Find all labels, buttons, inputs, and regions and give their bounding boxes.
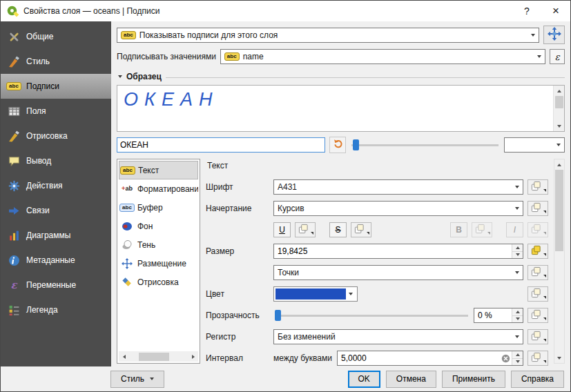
letter-spacing-input[interactable] bbox=[341, 353, 499, 363]
slider-handle[interactable] bbox=[353, 139, 359, 150]
spin-up-button[interactable] bbox=[512, 244, 523, 252]
scroll-right-button[interactable] bbox=[188, 351, 198, 362]
strikeout-button[interactable]: S bbox=[329, 222, 347, 237]
sidebar-item-variables[interactable]: ε Переменные bbox=[1, 273, 111, 297]
scroll-track[interactable] bbox=[129, 353, 188, 361]
data-defined-override-button[interactable] bbox=[528, 265, 548, 280]
data-defined-override-button[interactable] bbox=[528, 244, 548, 259]
cancel-button[interactable]: Отмена bbox=[386, 371, 436, 388]
abc-icon: abc bbox=[119, 204, 135, 212]
preview-scrollbar[interactable] bbox=[553, 86, 564, 131]
scroll-track[interactable] bbox=[554, 96, 565, 121]
chevron-down-icon[interactable] bbox=[346, 288, 356, 300]
tab-label: Фон bbox=[137, 222, 153, 231]
sidebar-item-general[interactable]: Общие bbox=[1, 24, 111, 49]
font-combo[interactable]: A431 bbox=[273, 179, 523, 195]
tab-text[interactable]: abc Текст bbox=[119, 161, 198, 179]
size-units-combo[interactable]: Точки bbox=[273, 265, 523, 280]
tab-placement[interactable]: Размещение bbox=[119, 254, 198, 273]
scroll-up-button[interactable] bbox=[554, 159, 564, 170]
sidebar-item-joins[interactable]: Связи bbox=[1, 198, 111, 223]
tab-shadow[interactable]: Тень bbox=[119, 235, 198, 254]
show-labels-combo[interactable]: abc Показывать подписи для этого слоя bbox=[117, 28, 539, 43]
tab-buffer[interactable]: abc Буфер bbox=[119, 198, 198, 217]
sample-group-title: Образец bbox=[126, 72, 162, 81]
help-button[interactable]: Справка bbox=[511, 371, 564, 388]
style-menu-button[interactable]: Стиль bbox=[110, 371, 164, 388]
font-style-value: Курсив bbox=[278, 204, 304, 213]
data-defined-override-button[interactable] bbox=[528, 179, 548, 195]
sidebar-item-fields[interactable]: Поля bbox=[1, 99, 111, 124]
data-defined-override-button[interactable] bbox=[528, 201, 548, 216]
help-titlebar-button[interactable]: ? bbox=[512, 1, 541, 21]
scroll-thumb[interactable] bbox=[555, 96, 563, 108]
data-defined-override-button[interactable] bbox=[528, 351, 548, 366]
data-defined-override-button[interactable] bbox=[528, 329, 548, 344]
data-defined-override-button[interactable] bbox=[528, 308, 548, 323]
spin-up-button[interactable] bbox=[512, 308, 523, 316]
font-color-button[interactable] bbox=[273, 286, 358, 302]
opacity-slider[interactable] bbox=[273, 308, 470, 323]
preview-scale-slider[interactable] bbox=[350, 137, 500, 153]
scroll-down-button[interactable] bbox=[554, 353, 564, 363]
slider-groove bbox=[275, 315, 468, 317]
tab-background[interactable]: Фон bbox=[119, 217, 198, 235]
settings-scrollbar[interactable] bbox=[554, 159, 565, 364]
scroll-down-button[interactable] bbox=[554, 121, 565, 131]
titlebar[interactable]: Свойства слоя — oceans | Подписи ? × bbox=[1, 1, 570, 21]
sidebar-item-rendering[interactable]: Отрисовка bbox=[1, 124, 111, 148]
sidebar-item-display[interactable]: Вывод bbox=[1, 148, 111, 173]
sidebar-item-style[interactable]: Стиль bbox=[1, 49, 111, 74]
letter-spacing-spinbox[interactable] bbox=[337, 351, 523, 366]
clear-value-button[interactable] bbox=[499, 354, 512, 363]
shadow-icon bbox=[121, 239, 133, 251]
auto-placement-settings-button[interactable] bbox=[543, 26, 565, 44]
sample-group-header[interactable]: Образец bbox=[118, 72, 565, 81]
joins-icon bbox=[8, 204, 20, 217]
close-button[interactable]: × bbox=[541, 1, 570, 21]
size-spinbox[interactable] bbox=[273, 244, 523, 259]
sidebar-item-actions[interactable]: Действия bbox=[1, 173, 111, 198]
sidebar-item-label: Стиль bbox=[26, 57, 50, 66]
size-input[interactable] bbox=[278, 246, 512, 256]
tabs-horizontal-scrollbar[interactable] bbox=[119, 351, 198, 362]
spin-down-button[interactable] bbox=[512, 359, 523, 366]
reset-preview-button[interactable] bbox=[329, 137, 346, 153]
spin-down-button[interactable] bbox=[512, 316, 523, 323]
tab-formatting[interactable]: +ab Форматировани bbox=[119, 179, 198, 198]
opacity-input[interactable] bbox=[478, 311, 512, 320]
scroll-thumb[interactable] bbox=[555, 170, 563, 251]
data-defined-override-button[interactable] bbox=[528, 222, 548, 237]
fields-icon bbox=[8, 105, 20, 117]
sidebar-item-legend[interactable]: Легенда bbox=[1, 297, 111, 322]
label-field-combo[interactable]: abc name bbox=[220, 49, 545, 64]
underline-button[interactable]: U bbox=[273, 222, 291, 237]
scroll-thumb[interactable] bbox=[139, 353, 169, 361]
spin-up-button[interactable] bbox=[512, 351, 523, 359]
data-defined-icon bbox=[298, 224, 309, 236]
sidebar-item-diagrams[interactable]: Диаграммы bbox=[1, 223, 111, 248]
expression-builder-button[interactable]: ε bbox=[550, 49, 565, 64]
data-defined-override-button[interactable] bbox=[472, 222, 492, 237]
font-style-combo[interactable]: Курсив bbox=[273, 201, 523, 216]
sidebar-item-labels[interactable]: abc Подписи bbox=[1, 74, 111, 99]
data-defined-override-button[interactable] bbox=[295, 222, 316, 237]
spin-down-button[interactable] bbox=[512, 252, 523, 259]
case-combo[interactable]: Без изменений bbox=[273, 329, 523, 344]
preview-text-input[interactable] bbox=[117, 137, 325, 153]
slider-handle[interactable] bbox=[275, 310, 281, 321]
sidebar-item-metadata[interactable]: Метаданные bbox=[1, 248, 111, 273]
italic-button[interactable]: I bbox=[506, 222, 523, 237]
opacity-spinbox[interactable] bbox=[474, 308, 523, 323]
bold-button[interactable]: B bbox=[450, 222, 467, 237]
ok-button[interactable]: OK bbox=[348, 371, 380, 388]
data-defined-override-button[interactable] bbox=[351, 222, 371, 237]
data-defined-override-button[interactable] bbox=[528, 286, 548, 302]
tab-rendering[interactable]: Отрисовка bbox=[119, 273, 198, 291]
preview-size-combo[interactable] bbox=[504, 137, 565, 153]
scroll-left-button[interactable] bbox=[119, 351, 129, 362]
group-divider bbox=[166, 77, 565, 78]
apply-button[interactable]: Применить bbox=[442, 371, 505, 388]
scroll-up-button[interactable] bbox=[554, 86, 565, 96]
scroll-track[interactable] bbox=[555, 170, 563, 353]
